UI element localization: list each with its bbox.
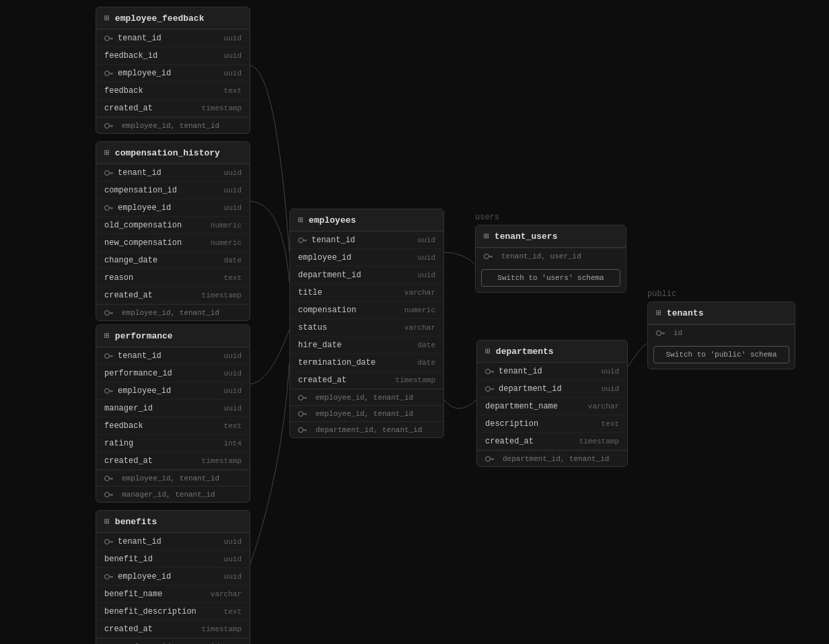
svg-point-33 <box>105 574 110 579</box>
table-row: department_name varchar <box>477 398 627 415</box>
svg-point-12 <box>105 205 110 210</box>
col-type: uuid <box>224 387 242 395</box>
fk-text: employee_id, tenant_id <box>316 394 413 402</box>
col-name: benefit_id <box>104 554 219 564</box>
table-header-performance: ⊞ performance <box>96 325 250 347</box>
table-row: department_id uuid <box>477 380 627 398</box>
col-type: uuid <box>224 69 242 77</box>
table-row: department_id uuid <box>290 266 443 284</box>
fk-text: tenant_id, user_id <box>501 252 581 260</box>
fk-text: id <box>674 329 682 337</box>
fk-icon <box>656 330 665 336</box>
col-name: created_at <box>104 104 196 113</box>
table-name: tenant_users <box>495 231 558 242</box>
table-row: hire_date date <box>290 336 443 354</box>
table-row: tenant_id uuid <box>96 164 250 182</box>
svg-point-57 <box>486 386 491 391</box>
table-icon: ⊞ <box>298 215 303 225</box>
col-name: reason <box>104 273 219 283</box>
table-name: tenants <box>667 308 704 318</box>
table-icon: ⊞ <box>656 308 661 318</box>
table-row: employee_id uuid <box>96 568 250 585</box>
table-row: created_at timestamp <box>290 371 443 389</box>
table-row: benefit_description text <box>96 603 250 620</box>
pk-icon <box>104 353 114 359</box>
svg-point-9 <box>105 170 110 175</box>
fk-text: employee_id, tenant_id <box>316 410 413 418</box>
col-type: uuid <box>224 169 242 177</box>
col-type: int4 <box>224 439 242 448</box>
svg-point-39 <box>299 238 303 242</box>
fk-text: manager_id, tenant_id <box>122 491 215 499</box>
col-name: created_at <box>104 624 196 634</box>
table-icon: ⊞ <box>485 346 491 357</box>
table-benefits: ⊞ benefits tenant_id uuid benefit_id uui… <box>96 510 250 644</box>
table-row: tenant_id uuid <box>96 533 250 550</box>
svg-point-27 <box>105 492 110 497</box>
table-row: created_at timestamp <box>96 620 250 638</box>
table-icon: ⊞ <box>484 231 489 242</box>
table-row: rating int4 <box>96 435 250 452</box>
col-type: numeric <box>211 239 242 247</box>
col-type: varchar <box>211 590 242 598</box>
col-type: numeric <box>404 306 435 314</box>
fk-row: id <box>648 324 795 341</box>
table-row: tenant_id uuid <box>96 347 250 365</box>
table-icon: ⊞ <box>104 147 110 158</box>
table-header-tenants: ⊞ tenants <box>648 302 795 324</box>
col-name: compensation_id <box>104 186 219 195</box>
col-name: created_at <box>104 291 196 300</box>
col-name: tenant_id <box>118 537 219 546</box>
col-name: new_compensation <box>104 238 205 248</box>
fk-icon <box>104 122 114 129</box>
table-name: performance <box>115 331 173 341</box>
fk-row: department_id, tenant_id <box>477 450 627 466</box>
col-type: text <box>224 274 242 282</box>
fk-text: employee_id, tenant_id <box>122 122 219 130</box>
col-name: status <box>298 323 399 332</box>
fk-icon <box>104 573 114 580</box>
col-name: tenant_id <box>118 168 219 178</box>
table-name: employee_feedback <box>115 13 205 24</box>
svg-point-0 <box>105 36 110 40</box>
col-name: rating <box>104 439 219 448</box>
col-type: uuid <box>224 352 242 360</box>
col-type: text <box>602 420 619 428</box>
col-type: uuid <box>224 369 242 378</box>
col-type: uuid <box>224 538 242 546</box>
col-name: change_date <box>104 256 219 265</box>
col-name: tenant_id <box>118 351 219 361</box>
col-name: title <box>298 288 399 297</box>
fk-row: department_id, tenant_id <box>290 421 443 437</box>
fk-text: employee_id, tenant_id <box>122 474 219 482</box>
fk-icon <box>298 410 308 417</box>
table-tenants: ⊞ tenants id Switch to 'public' schema <box>647 301 795 369</box>
table-row: employee_id uuid <box>96 65 250 82</box>
switch-to-public-schema-button[interactable]: Switch to 'public' schema <box>653 346 789 363</box>
fk-text: department_id, tenant_id <box>316 426 422 434</box>
table-row: feedback text <box>96 417 250 435</box>
table-compensation-history: ⊞ compensation_history tenant_id uuid co… <box>96 141 250 321</box>
col-name: employee_id <box>118 572 219 581</box>
table-row: employee_id uuid <box>96 382 250 400</box>
table-icon: ⊞ <box>104 330 110 341</box>
col-name: benefit_name <box>104 589 205 599</box>
table-row: created_at timestamp <box>477 433 627 450</box>
col-name: compensation <box>298 306 399 315</box>
fk-text: employee_id, tenant_id <box>122 309 219 317</box>
fk-icon <box>104 205 114 211</box>
col-name: manager_id <box>104 404 219 413</box>
svg-point-15 <box>105 310 110 315</box>
col-name: created_at <box>298 375 390 385</box>
table-row: tenant_id uuid <box>96 30 250 47</box>
table-row: created_at timestamp <box>96 100 250 117</box>
fk-row: manager_id, tenant_id <box>96 486 250 502</box>
col-name: employee_id <box>118 203 219 213</box>
table-row: title varchar <box>290 284 443 301</box>
col-type: uuid <box>224 573 242 581</box>
col-type: uuid <box>418 271 435 279</box>
table-name: departments <box>496 347 554 357</box>
col-name: termination_date <box>298 358 412 367</box>
switch-to-users-schema-button[interactable]: Switch to 'users' schema <box>481 269 620 287</box>
col-type: varchar <box>404 289 435 297</box>
